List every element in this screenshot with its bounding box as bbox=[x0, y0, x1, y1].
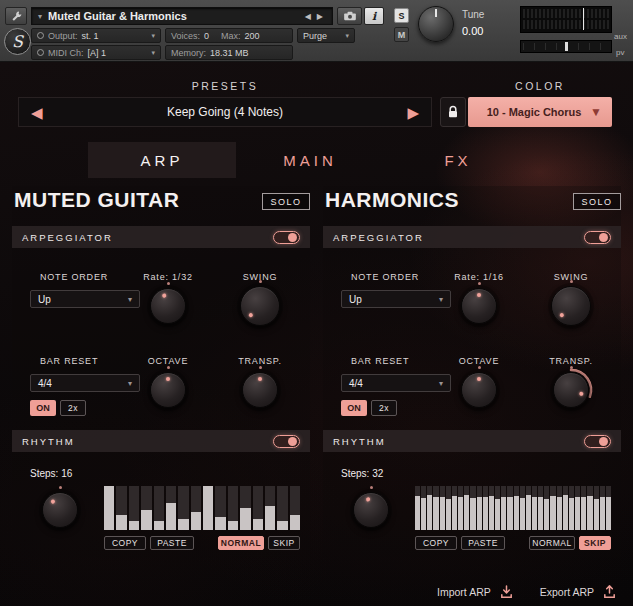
tab-fx[interactable]: FX bbox=[384, 142, 532, 178]
bar-reset-on-button[interactable]: ON bbox=[30, 400, 56, 416]
solo-button[interactable]: SOLO bbox=[262, 193, 310, 210]
rate-label: Rate: 1/16 bbox=[439, 272, 519, 282]
rhythm-step-grid[interactable] bbox=[104, 486, 300, 530]
export-arp-button[interactable]: Export ARP bbox=[540, 584, 617, 599]
skip-button[interactable]: SKIP bbox=[268, 536, 300, 550]
bar-reset-2x-button[interactable]: 2x bbox=[371, 400, 397, 416]
rhythm-steps-knob[interactable] bbox=[353, 492, 389, 528]
camera-icon bbox=[343, 11, 357, 21]
pan-slider[interactable] bbox=[520, 40, 612, 53]
tune-value[interactable]: 0.00 bbox=[462, 25, 483, 37]
instrument-logo: S bbox=[4, 28, 31, 55]
tab-arp[interactable]: ARP bbox=[88, 142, 236, 178]
next-instrument-icon[interactable]: ▶ bbox=[314, 12, 326, 21]
presets-label: PRESETS bbox=[18, 80, 432, 92]
octave-knob[interactable] bbox=[150, 372, 186, 408]
preset-name[interactable]: Keep Going (4 Notes) bbox=[167, 105, 283, 119]
paste-button[interactable]: PASTE bbox=[150, 536, 194, 550]
paste-button[interactable]: PASTE bbox=[461, 536, 505, 550]
output-select[interactable]: Output: st. 1 ▾ bbox=[31, 28, 161, 43]
swing-knob[interactable] bbox=[551, 286, 591, 326]
import-arp-button[interactable]: Import ARP bbox=[437, 584, 514, 599]
bar-reset-2x-button[interactable]: 2x bbox=[60, 400, 86, 416]
normal-button[interactable]: NORMAL bbox=[218, 536, 264, 550]
note-order-select[interactable]: Up ▾ bbox=[30, 290, 140, 308]
edit-instrument-button[interactable] bbox=[5, 7, 27, 25]
preset-next-icon[interactable]: ▶ bbox=[407, 105, 419, 120]
steps-count-label: Steps: 16 bbox=[30, 468, 72, 479]
rhythm-step-grid[interactable] bbox=[415, 486, 611, 530]
color-select[interactable]: 10 - Magic Chorus ▼ bbox=[468, 97, 612, 127]
max-voices-value: 200 bbox=[245, 31, 260, 41]
lock-icon bbox=[447, 105, 459, 119]
midi-channel-select[interactable]: MIDI Ch: [A] 1 ▾ bbox=[31, 45, 161, 60]
max-voices-label: Max: bbox=[221, 31, 241, 41]
info-button[interactable]: i bbox=[364, 7, 384, 25]
chevron-down-icon: ▾ bbox=[128, 295, 132, 304]
import-arp-label: Import ARP bbox=[437, 586, 491, 598]
kontakt-window: S ▾ Muted Guitar & Harmonics ◀ ▶ i S M T… bbox=[0, 0, 633, 606]
rhythm-toggle[interactable] bbox=[273, 435, 300, 448]
instrument-title: Muted Guitar & Harmonics bbox=[48, 10, 302, 22]
pan-handle[interactable] bbox=[565, 42, 568, 51]
midi-value: [A] 1 bbox=[88, 48, 107, 58]
toggle-knob bbox=[288, 437, 297, 446]
level-meters bbox=[520, 6, 612, 33]
tab-main[interactable]: MAIN bbox=[236, 142, 384, 178]
bar-reset-select[interactable]: 4/4 ▾ bbox=[341, 374, 451, 392]
transpose-knob[interactable] bbox=[242, 372, 278, 408]
bar-reset-on-button[interactable]: ON bbox=[341, 400, 367, 416]
toggle-knob bbox=[599, 437, 608, 446]
panel-title: MUTED GUITAR bbox=[14, 188, 179, 212]
output-label: Output: bbox=[48, 31, 78, 41]
copy-button[interactable]: COPY bbox=[415, 536, 457, 550]
transpose-knob[interactable] bbox=[553, 372, 589, 408]
purge-menu[interactable]: Purge ▾ bbox=[297, 28, 355, 43]
chevron-down-icon: ▾ bbox=[128, 379, 132, 388]
preset-lock-button[interactable] bbox=[440, 97, 466, 127]
mute-header-label: M bbox=[398, 30, 406, 40]
swing-knob[interactable] bbox=[240, 286, 280, 326]
chevron-down-icon: ▼ bbox=[590, 105, 602, 119]
toggle-knob bbox=[599, 233, 608, 242]
note-order-label: NOTE ORDER bbox=[351, 272, 419, 282]
instrument-title-bar[interactable]: ▾ Muted Guitar & Harmonics ◀ ▶ bbox=[31, 7, 333, 25]
normal-button[interactable]: NORMAL bbox=[529, 536, 575, 550]
arpeggiator-toggle[interactable] bbox=[584, 231, 611, 244]
kontakt-instrument-header: S ▾ Muted Guitar & Harmonics ◀ ▶ i S M T… bbox=[0, 0, 633, 62]
arp-import-export-bar: Import ARP Export ARP bbox=[437, 584, 617, 599]
bar-reset-label: BAR RESET bbox=[40, 356, 98, 366]
voices-display: Voices: 0 Max: 200 bbox=[165, 28, 293, 43]
copy-button[interactable]: COPY bbox=[104, 536, 146, 550]
bar-reset-label: BAR RESET bbox=[351, 356, 409, 366]
arpeggiator-header: ARPEGGIATOR bbox=[12, 226, 310, 248]
prev-instrument-icon[interactable]: ◀ bbox=[302, 12, 314, 21]
wrench-icon bbox=[10, 10, 23, 23]
memory-display: Memory: 18.31 MB bbox=[165, 45, 293, 60]
rhythm-toggle[interactable] bbox=[584, 435, 611, 448]
tab-main-label: MAIN bbox=[283, 152, 337, 169]
export-arp-label: Export ARP bbox=[540, 586, 594, 598]
rhythm-steps-knob[interactable] bbox=[42, 492, 78, 528]
rate-knob[interactable] bbox=[150, 288, 186, 324]
snapshot-button[interactable] bbox=[337, 7, 362, 25]
pv-label[interactable]: pv bbox=[616, 48, 624, 57]
aux-label[interactable]: aux bbox=[614, 32, 627, 41]
tab-arp-label: ARP bbox=[141, 152, 184, 169]
octave-knob[interactable] bbox=[461, 372, 497, 408]
output-value: st. 1 bbox=[82, 31, 99, 41]
note-order-select[interactable]: Up ▾ bbox=[341, 290, 451, 308]
solo-button[interactable]: SOLO bbox=[573, 193, 621, 210]
arpeggiator-toggle[interactable] bbox=[273, 231, 300, 244]
solo-header-button[interactable]: S bbox=[394, 8, 409, 23]
tune-knob[interactable] bbox=[418, 6, 454, 42]
instrument-menu-icon[interactable]: ▾ bbox=[38, 12, 42, 21]
skip-button[interactable]: SKIP bbox=[579, 536, 611, 550]
purge-label: Purge bbox=[303, 31, 327, 41]
bar-reset-select[interactable]: 4/4 ▾ bbox=[30, 374, 140, 392]
preset-prev-icon[interactable]: ◀ bbox=[31, 105, 43, 120]
mute-header-button[interactable]: M bbox=[394, 27, 409, 42]
preset-selector[interactable]: ◀ Keep Going (4 Notes) ▶ bbox=[18, 97, 432, 127]
rate-knob[interactable] bbox=[461, 288, 497, 324]
arpeggiator-header: ARPEGGIATOR bbox=[323, 226, 621, 248]
